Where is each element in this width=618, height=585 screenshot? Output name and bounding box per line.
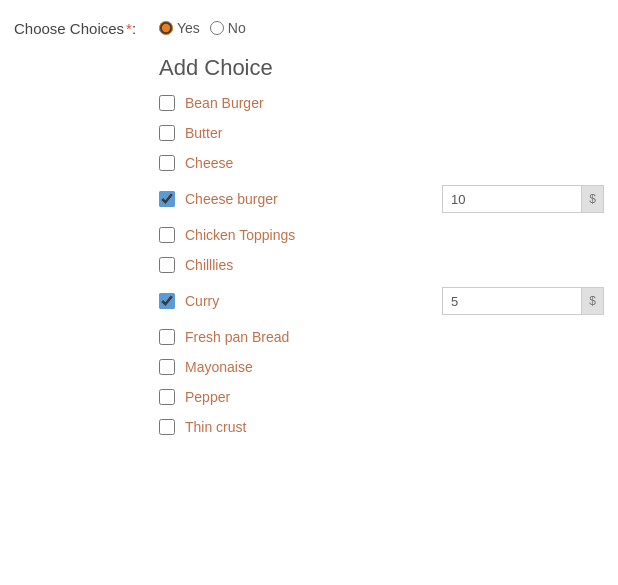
currency-suffix-cheese-burger: $ bbox=[582, 185, 604, 213]
choice-item-pepper: Pepper bbox=[159, 389, 604, 405]
no-radio[interactable] bbox=[210, 21, 224, 35]
checkbox-cheese-burger[interactable] bbox=[159, 191, 175, 207]
label-curry: Curry bbox=[185, 293, 442, 309]
checkbox-butter[interactable] bbox=[159, 125, 175, 141]
label-text: Choose Choices bbox=[14, 20, 124, 37]
choose-choices-label: Choose Choices*: bbox=[14, 18, 159, 37]
choices-list: Bean BurgerButterCheeseCheese burger$Chi… bbox=[159, 95, 604, 435]
currency-suffix-curry: $ bbox=[582, 287, 604, 315]
price-input-cheese-burger[interactable] bbox=[442, 185, 582, 213]
checkbox-pepper[interactable] bbox=[159, 389, 175, 405]
yes-radio[interactable] bbox=[159, 21, 173, 35]
checkbox-chilllies[interactable] bbox=[159, 257, 175, 273]
yes-radio-label[interactable]: Yes bbox=[159, 20, 200, 36]
choice-item-mayonaise: Mayonaise bbox=[159, 359, 604, 375]
colon: : bbox=[132, 20, 136, 37]
checkbox-mayonaise[interactable] bbox=[159, 359, 175, 375]
price-input-curry[interactable] bbox=[442, 287, 582, 315]
yes-label: Yes bbox=[177, 20, 200, 36]
choice-item-bean-burger: Bean Burger bbox=[159, 95, 604, 111]
price-wrapper-cheese-burger: $ bbox=[442, 185, 604, 213]
label-thin-crust: Thin crust bbox=[185, 419, 604, 435]
no-label: No bbox=[228, 20, 246, 36]
choice-item-cheese: Cheese bbox=[159, 155, 604, 171]
choice-item-cheese-burger: Cheese burger$ bbox=[159, 185, 604, 213]
label-pepper: Pepper bbox=[185, 389, 604, 405]
label-cheese-burger: Cheese burger bbox=[185, 191, 442, 207]
choice-item-curry: Curry$ bbox=[159, 287, 604, 315]
label-chicken-toppings: Chicken Toppings bbox=[185, 227, 604, 243]
label-fresh-pan-bread: Fresh pan Bread bbox=[185, 329, 604, 345]
yes-no-radio-group: Yes No bbox=[159, 18, 246, 36]
checkbox-bean-burger[interactable] bbox=[159, 95, 175, 111]
label-chilllies: Chilllies bbox=[185, 257, 604, 273]
choice-item-chilllies: Chilllies bbox=[159, 257, 604, 273]
choose-choices-row: Choose Choices*: Yes No bbox=[0, 10, 618, 45]
choice-item-fresh-pan-bread: Fresh pan Bread bbox=[159, 329, 604, 345]
label-cheese: Cheese bbox=[185, 155, 604, 171]
price-wrapper-curry: $ bbox=[442, 287, 604, 315]
checkbox-fresh-pan-bread[interactable] bbox=[159, 329, 175, 345]
label-butter: Butter bbox=[185, 125, 604, 141]
label-mayonaise: Mayonaise bbox=[185, 359, 604, 375]
choice-item-thin-crust: Thin crust bbox=[159, 419, 604, 435]
label-bean-burger: Bean Burger bbox=[185, 95, 604, 111]
choice-item-butter: Butter bbox=[159, 125, 604, 141]
choice-item-chicken-toppings: Chicken Toppings bbox=[159, 227, 604, 243]
no-radio-label[interactable]: No bbox=[210, 20, 246, 36]
checkbox-chicken-toppings[interactable] bbox=[159, 227, 175, 243]
checkbox-curry[interactable] bbox=[159, 293, 175, 309]
checkbox-thin-crust[interactable] bbox=[159, 419, 175, 435]
add-choice-title: Add Choice bbox=[159, 55, 604, 81]
checkbox-cheese[interactable] bbox=[159, 155, 175, 171]
choices-panel: Add Choice Bean BurgerButterCheeseCheese… bbox=[159, 55, 618, 435]
